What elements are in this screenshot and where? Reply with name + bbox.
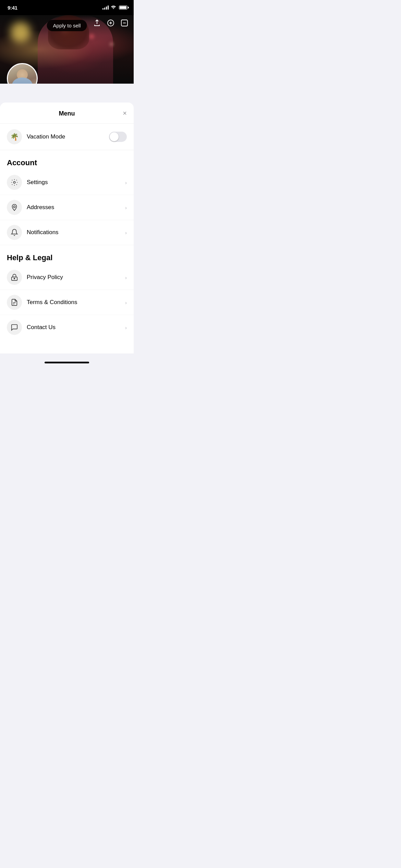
- settings-label: Settings: [27, 179, 120, 186]
- addresses-chevron: ›: [125, 205, 127, 210]
- svg-point-5: [13, 181, 15, 183]
- minus-button[interactable]: [121, 19, 128, 28]
- terms-conditions-menu-item[interactable]: Terms & Conditions ›: [0, 290, 134, 315]
- terms-conditions-chevron: ›: [125, 300, 127, 305]
- hero-toolbar: [93, 19, 128, 28]
- battery-icon: [119, 5, 127, 10]
- notifications-menu-item[interactable]: Notifications ›: [0, 220, 134, 245]
- addresses-label: Addresses: [27, 204, 120, 211]
- vacation-mode-icon-circle: 🌴: [7, 129, 22, 144]
- settings-menu-item[interactable]: Settings ›: [0, 170, 134, 195]
- share-button[interactable]: [93, 19, 101, 28]
- status-bar: 9:41: [0, 0, 134, 15]
- avatar-image: [8, 64, 37, 84]
- svg-point-8: [14, 278, 15, 279]
- contact-us-menu-item[interactable]: Contact Us ›: [0, 315, 134, 340]
- notifications-label: Notifications: [27, 229, 120, 236]
- contact-us-icon-circle: [7, 320, 22, 335]
- menu-title: Menu: [59, 110, 75, 117]
- account-section-header: Account: [0, 150, 134, 170]
- terms-conditions-icon-circle: [7, 295, 22, 310]
- lock-icon: [11, 274, 18, 281]
- privacy-policy-menu-item[interactable]: Privacy Policy ›: [0, 265, 134, 290]
- signal-icon: [102, 5, 109, 10]
- notifications-chevron: ›: [125, 230, 127, 236]
- hero-spacer: [0, 84, 134, 103]
- privacy-policy-icon-circle: [7, 270, 22, 285]
- settings-icon-circle: [7, 175, 22, 190]
- toggle-knob: [110, 132, 119, 141]
- avatar[interactable]: [7, 63, 38, 84]
- settings-chevron: ›: [125, 180, 127, 185]
- status-icons: [102, 5, 127, 10]
- menu-close-button[interactable]: ×: [123, 110, 127, 117]
- bokeh-light-1: [10, 22, 31, 43]
- notifications-icon-circle: [7, 225, 22, 240]
- status-time: 9:41: [8, 5, 17, 11]
- account-section-title: Account: [7, 158, 37, 167]
- palm-tree-icon: 🌴: [10, 133, 19, 141]
- privacy-policy-label: Privacy Policy: [27, 274, 120, 281]
- help-legal-section-header: Help & Legal: [0, 245, 134, 265]
- privacy-policy-chevron: ›: [125, 275, 127, 280]
- menu-header: Menu ×: [0, 103, 134, 124]
- bell-icon: [11, 229, 18, 236]
- terms-conditions-label: Terms & Conditions: [27, 299, 120, 306]
- location-icon: [11, 204, 18, 211]
- contact-us-label: Contact Us: [27, 324, 120, 331]
- addresses-menu-item[interactable]: Addresses ›: [0, 195, 134, 220]
- home-indicator-area: [0, 353, 134, 370]
- wifi-icon: [111, 5, 116, 10]
- help-legal-section-title: Help & Legal: [7, 253, 52, 262]
- chat-icon: [11, 324, 18, 331]
- hero-section: Apply to sell: [0, 15, 134, 84]
- menu-container: Menu × 🌴 Vacation Mode Account Settings …: [0, 103, 134, 353]
- svg-point-6: [13, 206, 15, 208]
- apply-to-sell-badge[interactable]: Apply to sell: [47, 20, 87, 31]
- vacation-mode-label: Vacation Mode: [27, 133, 104, 140]
- vacation-mode-toggle[interactable]: [109, 132, 127, 142]
- contact-us-chevron: ›: [125, 325, 127, 330]
- addresses-icon-circle: [7, 200, 22, 215]
- gear-icon: [11, 179, 18, 186]
- add-button[interactable]: [107, 19, 114, 28]
- vacation-mode-row[interactable]: 🌴 Vacation Mode: [0, 124, 134, 150]
- home-indicator: [45, 362, 89, 363]
- document-icon: [11, 299, 18, 306]
